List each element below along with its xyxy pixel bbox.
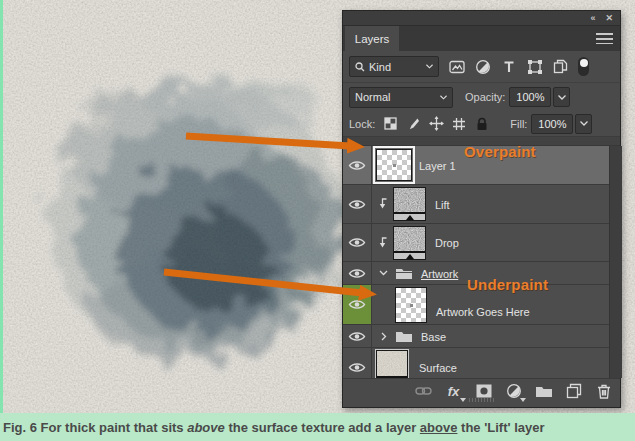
layer-row-lift[interactable]: Lift — [343, 185, 609, 224]
fill-input[interactable]: 100% — [531, 114, 573, 134]
lock-transparency-icon[interactable] — [382, 116, 398, 132]
fill-label: Fill: — [510, 118, 527, 130]
new-group-icon[interactable] — [535, 383, 552, 400]
opacity-dropdown-button[interactable] — [553, 87, 570, 107]
figure-caption-bar: Fig. 6 For thick paint that sits above t… — [0, 413, 635, 441]
visibility-toggle[interactable] — [343, 325, 372, 347]
lock-artboard-icon[interactable] — [451, 116, 467, 132]
group-name[interactable]: Artwork — [421, 268, 458, 280]
eye-icon — [348, 331, 366, 342]
eye-icon — [348, 160, 366, 171]
layer-thumbnail[interactable] — [395, 287, 427, 323]
panel-resize-grip[interactable] — [469, 398, 495, 402]
layer-style-fx-icon[interactable]: fx — [445, 383, 462, 400]
eye-icon — [348, 237, 366, 248]
delete-layer-icon[interactable] — [595, 383, 612, 400]
opacity-input[interactable]: 100% — [509, 87, 551, 107]
folder-icon — [395, 329, 413, 343]
visibility-toggle[interactable] — [343, 146, 372, 184]
fx-label: fx — [448, 385, 460, 398]
type-layer-filter-icon[interactable] — [500, 58, 517, 75]
smart-object-filter-icon[interactable] — [552, 58, 569, 75]
blend-mode-dropdown[interactable]: Normal — [349, 87, 453, 108]
layer-filter-row: Kind — [343, 51, 620, 83]
visibility-toggle-highlighted[interactable] — [343, 285, 372, 324]
eye-icon — [348, 362, 366, 373]
lock-label: Lock: — [349, 118, 375, 130]
layer-thumbnail[interactable] — [393, 226, 426, 260]
figure-border — [0, 0, 3, 441]
panel-tabbar: Layers — [343, 26, 620, 51]
blend-mode-value: Normal — [355, 91, 390, 103]
chevron-down-icon — [580, 121, 588, 126]
collapse-panel-icon[interactable]: « — [590, 14, 595, 23]
new-layer-icon[interactable] — [565, 383, 582, 400]
panel-menu-icon[interactable] — [596, 33, 613, 44]
eye-icon — [348, 299, 366, 310]
annotation-underpaint: Underpaint — [467, 276, 548, 293]
chevron-down-icon — [520, 398, 526, 402]
pixel-layer-filter-icon[interactable] — [448, 58, 465, 75]
layer-name[interactable]: Artwork Goes Here — [436, 306, 530, 318]
eye-icon — [348, 199, 366, 210]
add-layer-mask-icon[interactable] — [475, 383, 492, 400]
chevron-collapsed-icon[interactable] — [381, 332, 387, 341]
chevron-down-icon — [426, 64, 433, 69]
figure-caption: Fig. 6 For thick paint that sits above t… — [3, 420, 545, 435]
layer-row-drop[interactable]: Drop — [343, 224, 609, 262]
filter-kind-dropdown[interactable]: Kind — [349, 56, 439, 77]
layer-list: Layer 1 Lift — [343, 146, 609, 378]
new-adjustment-layer-icon[interactable] — [505, 383, 522, 400]
fill-dropdown-button[interactable] — [575, 114, 592, 134]
visibility-toggle[interactable] — [343, 185, 372, 223]
clipping-mask-icon — [378, 237, 388, 249]
layer-name[interactable]: Layer 1 — [419, 160, 456, 172]
layers-panel-toolbar: fx — [343, 378, 620, 403]
group-row-base[interactable]: Base — [343, 325, 609, 348]
chevron-down-icon — [460, 398, 466, 402]
panel-titlebar: « ✕ — [343, 11, 620, 26]
adjustment-layer-filter-icon[interactable] — [474, 58, 491, 75]
group-name[interactable]: Base — [421, 331, 446, 343]
layer-thumbnail[interactable] — [393, 187, 426, 221]
open-folder-icon — [395, 266, 413, 280]
search-icon — [355, 62, 365, 72]
filter-kind-label: Kind — [369, 61, 391, 73]
visibility-toggle[interactable] — [343, 262, 372, 284]
annotation-overpaint: Overpaint — [464, 143, 536, 160]
visibility-toggle[interactable] — [343, 224, 372, 261]
layer-filter-toggle-switch[interactable] — [578, 57, 589, 76]
lock-pixels-icon[interactable] — [405, 116, 421, 132]
layer-name[interactable]: Surface — [419, 362, 457, 374]
chevron-down-icon — [558, 95, 566, 100]
figure-6-screenshot: « ✕ Layers Kind — [0, 0, 635, 441]
eye-icon — [348, 268, 366, 279]
lock-position-icon[interactable] — [428, 116, 444, 132]
selected-layer-thumbnail[interactable] — [376, 149, 412, 181]
layers-panel: « ✕ Layers Kind — [342, 10, 621, 408]
chevron-down-icon — [440, 95, 447, 100]
lock-all-icon[interactable] — [474, 116, 490, 132]
close-panel-icon[interactable]: ✕ — [605, 14, 613, 23]
layer-name[interactable]: Drop — [435, 237, 459, 249]
blend-mode-row: Normal Opacity: 100% — [343, 83, 620, 111]
tab-layers[interactable]: Layers — [345, 26, 399, 51]
chevron-expanded-icon[interactable] — [379, 270, 388, 276]
lock-row: Lock: Fill: 100% — [343, 111, 620, 137]
opacity-label: Opacity: — [465, 91, 505, 103]
clipping-mask-icon — [378, 198, 388, 210]
shape-layer-filter-icon[interactable] — [526, 58, 543, 75]
scrollbar-track[interactable] — [609, 146, 622, 378]
link-layers-icon[interactable] — [415, 383, 432, 400]
layer-name[interactable]: Lift — [435, 199, 450, 211]
